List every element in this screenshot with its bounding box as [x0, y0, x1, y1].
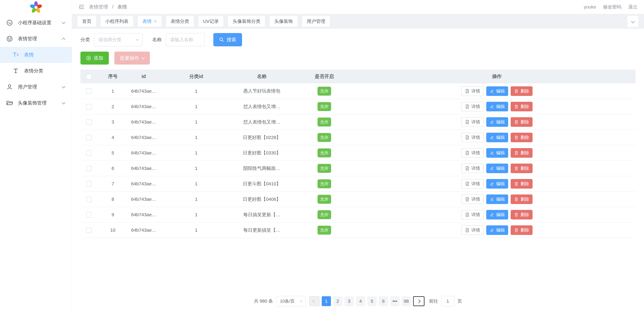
edit-button-label: 编辑 — [496, 181, 505, 187]
status-badge[interactable]: 允许 — [318, 210, 331, 219]
page-number-button[interactable]: ••• — [390, 296, 400, 306]
edit-button[interactable]: 编辑 — [486, 194, 508, 204]
delete-button-label: 删除 — [520, 119, 529, 125]
sidebar-item-emoji[interactable]: 表情 — [0, 47, 72, 63]
detail-button[interactable]: 详情 — [461, 133, 484, 142]
sidebar-item-emoji-category[interactable]: 表情分类 — [0, 63, 72, 79]
delete-button[interactable]: 删除 — [511, 86, 532, 96]
row-checkbox[interactable] — [86, 119, 92, 125]
header-checkbox-cell — [80, 70, 98, 83]
delete-button[interactable]: 删除 — [511, 210, 532, 219]
row-checkbox[interactable] — [86, 104, 92, 110]
row-checkbox[interactable] — [86, 150, 92, 156]
row-checkbox[interactable] — [86, 212, 92, 218]
close-tab-icon[interactable]: × — [154, 19, 157, 24]
tab-emoji-category[interactable]: 表情分类 — [166, 16, 194, 27]
delete-button[interactable]: 删除 — [511, 225, 532, 235]
detail-button[interactable]: 详情 — [461, 164, 484, 173]
status-badge[interactable]: 允许 — [318, 133, 331, 142]
add-button[interactable]: 添加 — [80, 52, 109, 65]
edit-button[interactable]: 编辑 — [486, 148, 508, 158]
detail-button[interactable]: 详情 — [461, 102, 484, 111]
sidebar-item-avatar-decoration-management[interactable]: 头像装饰管理 — [0, 95, 72, 111]
breadcrumb: 表情管理 / 表情 — [78, 4, 127, 10]
collapse-sidebar-icon[interactable] — [78, 4, 85, 10]
page-size-select[interactable]: 10条/页 — [276, 296, 306, 306]
status-badge[interactable]: 允许 — [318, 195, 331, 204]
sidebar-item-user-management[interactable]: 用户管理 — [0, 79, 72, 95]
goto-label: 前往 — [429, 298, 438, 304]
detail-button[interactable]: 详情 — [461, 225, 484, 235]
search-button[interactable]: 搜索 — [213, 33, 242, 46]
row-category-id: 1 — [159, 130, 233, 145]
tab-miniapp-list[interactable]: 小程序列表 — [101, 16, 133, 27]
status-badge[interactable]: 允许 — [318, 118, 331, 127]
status-badge[interactable]: 允许 — [318, 226, 331, 235]
tab-emoji[interactable]: 表情 × — [138, 16, 162, 27]
delete-button[interactable]: 删除 — [511, 148, 532, 158]
category-select[interactable]: 请选择分类 — [94, 33, 143, 46]
tab-home[interactable]: 首页 — [78, 16, 96, 27]
goto-page-input[interactable] — [441, 296, 454, 306]
status-badge[interactable]: 允许 — [318, 87, 331, 96]
delete-button[interactable]: 删除 — [511, 194, 532, 204]
tabbar: 首页 小程序列表 表情 × 表情分类 UV记录 头像装饰分类 头像装饰 用户管理 — [72, 14, 644, 29]
user-icon — [6, 84, 13, 90]
row-status-cell: 允许 — [290, 99, 358, 114]
page-number-button[interactable]: 3 — [344, 296, 354, 306]
edit-button[interactable]: 编辑 — [486, 117, 508, 127]
edit-button[interactable]: 编辑 — [486, 102, 508, 111]
status-badge[interactable]: 允许 — [318, 148, 331, 157]
row-checkbox[interactable] — [86, 197, 92, 202]
page-number-button[interactable]: 6 — [379, 296, 388, 306]
breadcrumb-section[interactable]: 表情管理 — [89, 4, 108, 10]
sidebar-item-miniapp-settings[interactable]: 小程序基础设置 — [0, 15, 72, 31]
page-number-button[interactable]: 2 — [333, 296, 342, 306]
edit-button[interactable]: 编辑 — [486, 179, 508, 189]
delete-button[interactable]: 删除 — [511, 117, 532, 127]
edit-button[interactable]: 编辑 — [486, 86, 508, 96]
row-checkbox[interactable] — [86, 88, 92, 94]
detail-button[interactable]: 详情 — [461, 179, 484, 189]
row-checkbox[interactable] — [86, 227, 92, 233]
tab-avatar-decoration[interactable]: 头像装饰 — [270, 16, 298, 27]
edit-button[interactable]: 编辑 — [486, 225, 508, 235]
status-badge[interactable]: 允许 — [318, 102, 331, 111]
detail-button[interactable]: 详情 — [461, 148, 484, 158]
username-label: youke — [584, 4, 596, 10]
logout-link[interactable]: 退出 — [628, 4, 638, 10]
page-number-button[interactable]: 4 — [356, 296, 365, 306]
select-all-checkbox[interactable] — [86, 74, 92, 79]
sidebar-item-emoji-management[interactable]: 表情管理 — [0, 31, 72, 47]
row-checkbox[interactable] — [86, 181, 92, 187]
batch-operations-button[interactable]: 批量操作 — [114, 52, 150, 65]
trash-icon — [514, 120, 519, 124]
delete-button[interactable]: 删除 — [511, 164, 532, 173]
status-badge[interactable]: 允许 — [318, 179, 331, 188]
page-number-button[interactable]: 5 — [368, 296, 377, 306]
detail-button[interactable]: 详情 — [461, 194, 484, 204]
row-id: 64b743ae… — [128, 207, 159, 222]
tab-avatar-decoration-category[interactable]: 头像装饰分类 — [228, 16, 265, 27]
change-password-link[interactable]: 修改密码 — [603, 4, 622, 10]
previous-page-button[interactable] — [309, 296, 320, 306]
status-badge[interactable]: 允许 — [318, 164, 331, 173]
tab-user-management[interactable]: 用户管理 — [302, 16, 330, 27]
detail-button[interactable]: 详情 — [461, 210, 484, 219]
delete-button[interactable]: 删除 — [511, 133, 532, 142]
edit-button[interactable]: 编辑 — [486, 164, 508, 173]
next-page-button[interactable] — [413, 296, 424, 306]
page-number-button[interactable]: 98 — [402, 296, 411, 306]
tab-list-dropdown-button[interactable] — [627, 16, 638, 27]
row-checkbox[interactable] — [86, 166, 92, 171]
tab-uv-records[interactable]: UV记录 — [198, 16, 224, 27]
edit-button[interactable]: 编辑 — [486, 210, 508, 219]
name-filter-input[interactable] — [166, 33, 205, 46]
delete-button[interactable]: 删除 — [511, 179, 532, 189]
detail-button[interactable]: 详情 — [461, 117, 484, 127]
row-checkbox[interactable] — [86, 135, 92, 140]
page-number-button[interactable]: 1 — [322, 296, 331, 306]
delete-button[interactable]: 删除 — [511, 102, 532, 111]
detail-button[interactable]: 详情 — [461, 86, 484, 96]
edit-button[interactable]: 编辑 — [486, 133, 508, 142]
